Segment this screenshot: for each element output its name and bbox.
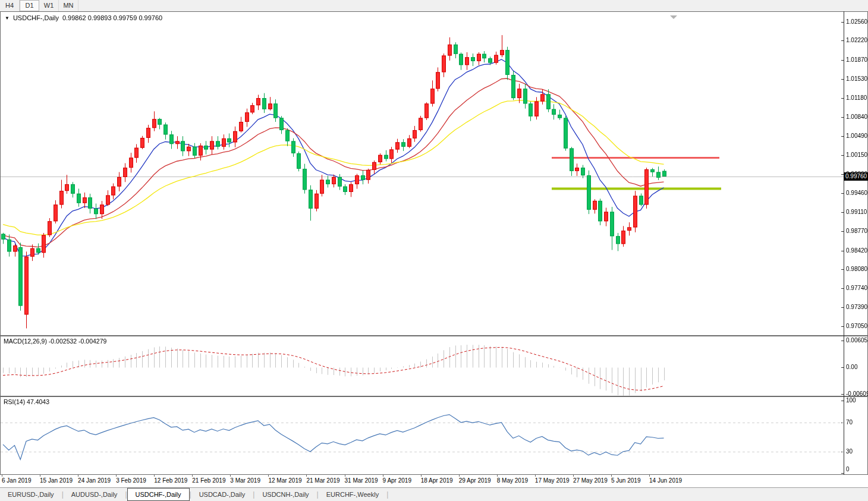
rsi-label: RSI(14) 47.4043 (4, 398, 49, 405)
macd-canvas[interactable] (0, 336, 868, 396)
rsi-axis-label: 30 (846, 448, 853, 455)
date-label: 8 May 2019 (497, 477, 528, 484)
date-label: 12 Mar 2019 (268, 477, 301, 484)
date-tick (573, 475, 574, 477)
date-tick (268, 475, 269, 477)
price-axis-label: 0.99460 (846, 190, 867, 196)
timeframe-button-mn[interactable]: MN (59, 0, 78, 11)
macd-axis-label: 0.00 (846, 364, 857, 370)
macd-panel: MACD(12,26,9) -0.002532 -0.004279 0.0060… (0, 336, 868, 396)
date-label: 29 Apr 2019 (459, 477, 491, 484)
date-tick (649, 475, 650, 477)
price-chart-panel: ▼ USDCHF-,Daily 0.99862 0.99893 0.99759 … (0, 11, 868, 336)
rsi-canvas[interactable] (0, 396, 868, 475)
price-axis-label: 1.00840 (846, 114, 867, 120)
date-tick (535, 475, 536, 477)
current-price-box: 0.99760 (844, 172, 868, 181)
macd-label: MACD(12,26,9) -0.002532 -0.004279 (4, 338, 106, 345)
timeframe-toolbar: H4D1W1MN (0, 0, 868, 11)
date-tick (230, 475, 231, 477)
price-axis-label: 1.02560 (846, 18, 867, 25)
macd-axis-label: -0.006097 (846, 390, 868, 397)
date-label: 12 Feb 2019 (154, 477, 187, 484)
date-label: 21 Feb 2019 (192, 477, 225, 484)
macd-axis-label: 0.006058 (846, 337, 868, 344)
timeframe-button-w1[interactable]: W1 (39, 0, 59, 11)
price-axis-label: 1.00150 (846, 152, 867, 158)
date-tick (421, 475, 422, 477)
date-label: 6 Jan 2019 (2, 477, 32, 484)
tab-usdcad-daily[interactable]: USDCAD-,Daily (191, 488, 253, 501)
tab-audusd-daily[interactable]: AUDUSD-,Daily (64, 488, 125, 501)
price-axis-label: 0.99110 (846, 209, 867, 215)
date-label: 9 Apr 2019 (383, 477, 411, 484)
rsi-axis-label: 70 (846, 419, 853, 426)
price-axis-label: 1.01180 (846, 94, 867, 101)
tab-eurchf-weekly[interactable]: EURCHF-,Weekly (319, 488, 386, 501)
price-axis-label: 1.02220 (846, 37, 867, 43)
tab-separator: | (386, 488, 388, 501)
collapse-arrow-icon[interactable]: ▼ (5, 15, 10, 21)
tab-eurusd-daily[interactable]: EURUSD-,Daily (0, 488, 62, 501)
date-label: 5 Jun 2019 (611, 477, 641, 484)
rsi-panel: RSI(14) 47.4043 10070300 (0, 396, 868, 475)
date-label: 18 Apr 2019 (421, 477, 453, 484)
date-label: 21 Mar 2019 (306, 477, 339, 484)
date-label: 17 May 2019 (535, 477, 570, 484)
date-tick (383, 475, 383, 477)
price-chart-canvas[interactable] (0, 11, 868, 336)
tab-usdcnh-daily[interactable]: USDCNH-,Daily (254, 488, 316, 501)
chart-symbol-label: USDCHF-,Daily (13, 14, 59, 21)
date-label: 15 Jan 2019 (40, 477, 73, 484)
date-tick (2, 475, 2, 477)
date-tick (78, 475, 78, 477)
date-tick (154, 475, 155, 477)
date-tick (611, 475, 612, 477)
date-tick (345, 475, 345, 477)
rsi-axis-label: 0 (846, 466, 850, 472)
timeframe-button-d1[interactable]: D1 (20, 0, 39, 11)
rsi-axis-label: 100 (846, 397, 856, 404)
timeframe-button-h4[interactable]: H4 (0, 0, 20, 11)
date-tick (306, 475, 307, 477)
price-axis-label: 0.97390 (846, 304, 867, 310)
date-tick (192, 475, 193, 477)
date-tick (459, 475, 460, 477)
price-axis-label: 0.98420 (846, 247, 867, 254)
price-axis-label: 0.97740 (846, 285, 867, 291)
price-axis-label: 1.01530 (846, 75, 867, 82)
date-label: 14 Jun 2019 (649, 477, 682, 484)
date-tick (40, 475, 40, 477)
price-axis-label: 0.97050 (846, 323, 867, 329)
price-axis-label: 0.98080 (846, 266, 867, 272)
date-tick (116, 475, 117, 477)
price-axis-label: 1.00490 (846, 133, 867, 139)
date-label: 27 May 2019 (573, 477, 608, 484)
tab-usdchf-daily[interactable]: USDCHF-,Daily (127, 488, 190, 501)
price-axis-label: 0.98770 (846, 228, 867, 234)
date-label: 24 Jan 2019 (78, 477, 111, 484)
price-axis-label: 1.01870 (846, 56, 867, 63)
chart-tab-bar: EURUSD-,Daily|AUDUSD-,Daily|USDCHF-,Dail… (0, 487, 868, 501)
chart-title: ▼ USDCHF-,Daily 0.99862 0.99893 0.99759 … (5, 14, 162, 21)
date-tick (497, 475, 498, 477)
date-label: 3 Mar 2019 (230, 477, 260, 484)
date-label: 3 Feb 2019 (116, 477, 146, 484)
date-label: 31 Mar 2019 (345, 477, 378, 484)
chart-ohlc-values: 0.99862 0.99893 0.99759 0.99760 (62, 14, 162, 21)
time-axis[interactable]: 6 Jan 201915 Jan 201924 Jan 20193 Feb 20… (0, 475, 868, 487)
